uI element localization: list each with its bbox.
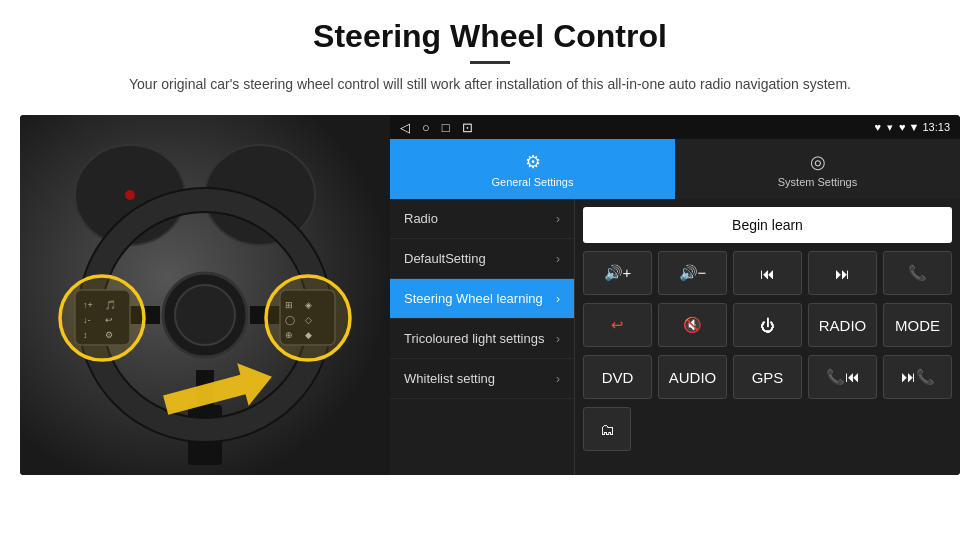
- control-row-3: DVD AUDIO GPS 📞⏮ ⏭📞: [583, 355, 952, 399]
- dvd-label: DVD: [602, 369, 634, 386]
- back-icon: ◁: [400, 120, 410, 135]
- header-subtitle: Your original car's steering wheel contr…: [60, 74, 920, 95]
- wifi-icon: ▾: [887, 121, 893, 134]
- mute-button[interactable]: 🔇: [658, 303, 727, 347]
- page-container: Steering Wheel Control Your original car…: [0, 0, 980, 475]
- volume-down-icon: 🔊−: [679, 264, 707, 282]
- chevron-right-icon: ›: [556, 372, 560, 386]
- recent-icon: □: [442, 120, 450, 135]
- menu-item-whitelist[interactable]: Whitelist setting ›: [390, 359, 574, 399]
- volume-up-button[interactable]: 🔊+: [583, 251, 652, 295]
- gear-icon: ⚙: [525, 151, 541, 173]
- menu-item-whitelist-label: Whitelist setting: [404, 371, 495, 386]
- chevron-right-icon: ›: [556, 332, 560, 346]
- status-bar-nav-icons: ◁ ○ □ ⊡: [400, 120, 473, 135]
- phone-next-icon: ⏭📞: [901, 368, 935, 386]
- audio-button[interactable]: AUDIO: [658, 355, 727, 399]
- tab-system-settings[interactable]: ◎ System Settings: [675, 139, 960, 199]
- system-icon: ◎: [810, 151, 826, 173]
- location-icon: ♥: [874, 121, 881, 133]
- screenshot-icon: ⊡: [462, 120, 473, 135]
- gps-label: GPS: [752, 369, 784, 386]
- menu-item-default-label: DefaultSetting: [404, 251, 486, 266]
- hang-up-icon: ↩: [611, 316, 624, 334]
- radio-label: RADIO: [819, 317, 867, 334]
- settings-tabs: ⚙ General Settings ◎ System Settings: [390, 139, 960, 199]
- mute-icon: 🔇: [683, 316, 702, 334]
- mode-button[interactable]: MODE: [883, 303, 952, 347]
- tab-general-settings[interactable]: ⚙ General Settings: [390, 139, 675, 199]
- menu-item-steering-label: Steering Wheel learning: [404, 291, 543, 306]
- svg-point-23: [60, 276, 144, 360]
- audio-label: AUDIO: [669, 369, 717, 386]
- power-button[interactable]: ⏻: [733, 303, 802, 347]
- page-header: Steering Wheel Control Your original car…: [0, 0, 980, 105]
- status-bar: ◁ ○ □ ⊡ ♥ ▾ ♥ ▼ 13:13: [390, 115, 960, 139]
- power-icon: ⏻: [760, 317, 775, 334]
- chevron-right-icon: ›: [556, 292, 560, 306]
- begin-learn-button[interactable]: Begin learn: [583, 207, 952, 243]
- control-row-2: ↩ 🔇 ⏻ RADIO MODE: [583, 303, 952, 347]
- phone-prev-button[interactable]: 📞⏮: [808, 355, 877, 399]
- tablet-screen: ◁ ○ □ ⊡ ♥ ▾ ♥ ▼ 13:13 ⚙ General Settings: [390, 115, 960, 475]
- menu-item-steering-wheel[interactable]: Steering Wheel learning ›: [390, 279, 574, 319]
- menu-item-radio-label: Radio: [404, 211, 438, 226]
- tab-general-label: General Settings: [492, 176, 574, 188]
- header-divider: [470, 61, 510, 64]
- phone-prev-icon: 📞⏮: [826, 368, 860, 386]
- dvd-button[interactable]: DVD: [583, 355, 652, 399]
- whitelist-icon: 🗂: [600, 421, 615, 438]
- whitelist-icon-button[interactable]: 🗂: [583, 407, 631, 451]
- svg-point-24: [266, 276, 350, 360]
- phone-next-button[interactable]: ⏭📞: [883, 355, 952, 399]
- menu-item-radio[interactable]: Radio ›: [390, 199, 574, 239]
- next-track-icon: ⏭: [835, 265, 850, 282]
- next-track-button[interactable]: ⏭: [808, 251, 877, 295]
- svg-point-3: [125, 190, 135, 200]
- menu-item-tricoloured[interactable]: Tricoloured light settings ›: [390, 319, 574, 359]
- chevron-right-icon: ›: [556, 212, 560, 226]
- volume-down-button[interactable]: 🔊−: [658, 251, 727, 295]
- prev-track-button[interactable]: ⏮: [733, 251, 802, 295]
- menu-item-tricoloured-label: Tricoloured light settings: [404, 331, 544, 346]
- whitelist-control-row: 🗂: [583, 407, 952, 451]
- menu-item-default-setting[interactable]: DefaultSetting ›: [390, 239, 574, 279]
- svg-point-8: [175, 285, 235, 345]
- page-title: Steering Wheel Control: [60, 18, 920, 55]
- volume-up-icon: 🔊+: [604, 264, 632, 282]
- steering-wheel-image: ↑+ 🎵 ↓- ↩ ↕ ⚙ ⊞ ◈ ◯ ◇ ⊕ ◆: [20, 115, 390, 475]
- gps-button[interactable]: GPS: [733, 355, 802, 399]
- chevron-right-icon: ›: [556, 252, 560, 266]
- tab-system-label: System Settings: [778, 176, 857, 188]
- phone-button[interactable]: 📞: [883, 251, 952, 295]
- status-bar-info: ♥ ▾ ♥ ▼ 13:13: [874, 121, 950, 134]
- main-area: Radio › DefaultSetting › Steering Wheel …: [390, 199, 960, 475]
- content-area: ↑+ 🎵 ↓- ↩ ↕ ⚙ ⊞ ◈ ◯ ◇ ⊕ ◆: [20, 115, 960, 475]
- controls-panel: Begin learn 🔊+ 🔊− ⏮: [575, 199, 960, 475]
- home-icon: ○: [422, 120, 430, 135]
- menu-list: Radio › DefaultSetting › Steering Wheel …: [390, 199, 575, 475]
- control-row-1: 🔊+ 🔊− ⏮ ⏭ 📞: [583, 251, 952, 295]
- phone-icon: 📞: [908, 264, 927, 282]
- mode-label: MODE: [895, 317, 940, 334]
- begin-learn-row: Begin learn: [583, 207, 952, 243]
- hang-up-button[interactable]: ↩: [583, 303, 652, 347]
- time-display: ♥ ▼ 13:13: [899, 121, 950, 133]
- prev-track-icon: ⏮: [760, 265, 775, 282]
- radio-button[interactable]: RADIO: [808, 303, 877, 347]
